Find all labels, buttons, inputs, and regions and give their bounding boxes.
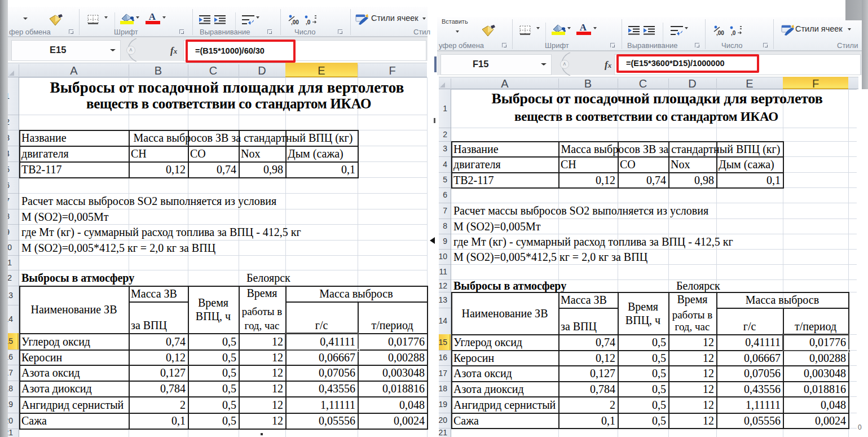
- svg-text:,00: ,00: [291, 19, 299, 25]
- svg-text:,00: ,00: [716, 30, 724, 36]
- svg-text:,0: ,0: [731, 30, 736, 36]
- svg-text:,0: ,0: [306, 19, 311, 25]
